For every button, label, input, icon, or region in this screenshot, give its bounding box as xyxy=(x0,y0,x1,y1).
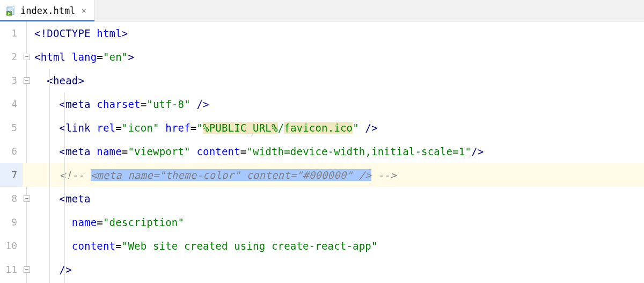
line-number: 10 xyxy=(0,234,23,258)
line-number: 4 xyxy=(0,92,23,116)
line-number: 1 xyxy=(0,21,23,45)
code-line: content="Web site created using create-r… xyxy=(31,240,378,252)
line-number: 6 xyxy=(0,140,23,163)
line-number: 9 xyxy=(0,211,23,234)
line-number: 11 xyxy=(0,258,23,281)
code-line: /> xyxy=(31,264,72,275)
line-number: 7 xyxy=(0,163,23,187)
code-line: <meta xyxy=(31,193,91,205)
code-line: <meta charset="utf-8" /> xyxy=(31,98,209,110)
line-number: 8 xyxy=(0,187,23,211)
tab-index-html[interactable]: H index.html × xyxy=(0,0,95,21)
code-line: <html lang="en"> xyxy=(31,51,134,63)
code-line: <link rel="icon" href="%PUBLIC_URL%/favi… xyxy=(31,122,378,134)
code-editor[interactable]: 1 2 3 4 5 6 7 8 9 10 11 − − − − <!DOCTYP… xyxy=(0,21,644,283)
code-line: <!-- <meta name="theme-color" content="#… xyxy=(31,169,397,181)
fold-toggle-icon[interactable]: − xyxy=(24,195,30,202)
code-line: name="description" xyxy=(31,216,184,228)
fold-toggle-icon[interactable]: − xyxy=(24,77,30,84)
selected-text: <meta name="theme-color" content="#00000… xyxy=(91,169,371,181)
close-icon[interactable]: × xyxy=(79,6,88,15)
line-number: 5 xyxy=(0,116,23,140)
html-file-icon: H xyxy=(6,6,16,16)
code-area[interactable]: <!DOCTYPE html> <html lang="en"> <head> … xyxy=(31,21,644,283)
code-line: <head> xyxy=(31,75,84,86)
tab-bar: H index.html × xyxy=(0,0,644,21)
fold-toggle-icon[interactable]: − xyxy=(24,266,30,273)
code-line: <meta name="viewport" content="width=dev… xyxy=(31,146,484,157)
fold-gutter: − − − − xyxy=(23,21,31,283)
line-number: 2 xyxy=(0,45,23,69)
line-number-gutter: 1 2 3 4 5 6 7 8 9 10 11 xyxy=(0,21,23,283)
svg-text:H: H xyxy=(8,11,10,15)
code-line: <!DOCTYPE html> xyxy=(31,27,128,39)
tab-label: index.html xyxy=(20,5,75,16)
line-number: 3 xyxy=(0,69,23,92)
fold-toggle-icon[interactable]: − xyxy=(24,54,30,60)
